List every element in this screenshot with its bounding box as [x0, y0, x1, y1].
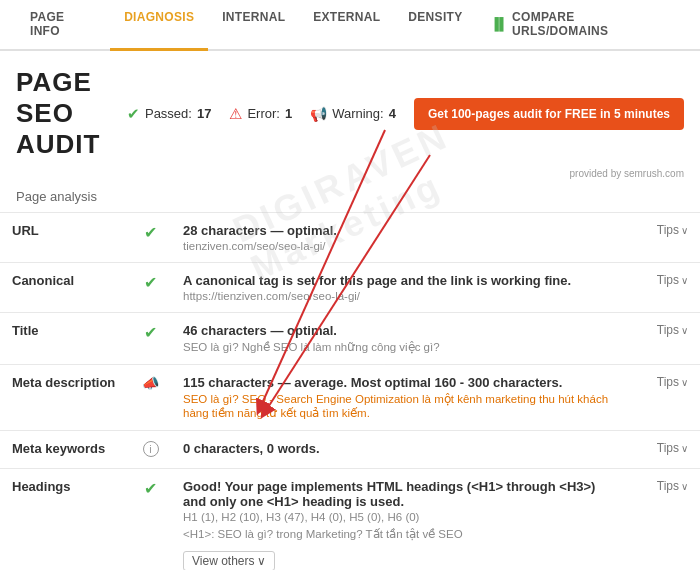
table-row: Meta keywords i 0 characters, 0 words. T…	[0, 431, 700, 469]
row-label: Headings	[12, 479, 71, 494]
row-label: Title	[12, 323, 39, 338]
section-label: Page analysis	[0, 185, 700, 212]
check-icon: ✔	[144, 480, 157, 497]
error-label: Error:	[247, 106, 280, 121]
page-title: PAGE SEO AUDIT	[16, 67, 103, 160]
row-label: Canonical	[12, 273, 74, 288]
row-label: Meta keywords	[12, 441, 105, 456]
chevron-down-icon: ∨	[681, 443, 688, 454]
chevron-down-icon: ∨	[681, 325, 688, 336]
passed-label: Passed:	[145, 106, 192, 121]
nav-compare[interactable]: ▐▌ COMPARE URLS/DOMAINS	[476, 0, 684, 51]
tips-button[interactable]: Tips ∨	[642, 323, 688, 337]
row-content: 0 characters, 0 words.	[171, 431, 630, 469]
tips-button[interactable]: Tips ∨	[642, 223, 688, 237]
warning-badge: 📢 Warning: 4	[310, 106, 396, 122]
error-badge: ⚠ Error: 1	[229, 105, 292, 123]
nav-diagnosis[interactable]: DIAGNOSIS	[110, 0, 208, 51]
table-row: Canonical ✔ A canonical tag is set for t…	[0, 263, 700, 313]
passed-count: 17	[197, 106, 211, 121]
page-header: PAGE SEO AUDIT ✔ Passed: 17 ⚠ Error: 1 📢…	[0, 51, 700, 168]
chevron-down-icon: ∨	[681, 225, 688, 236]
table-row: Meta description 📣 115 characters — aver…	[0, 365, 700, 431]
info-circle-icon: i	[143, 441, 159, 457]
check-icon: ✔	[144, 274, 157, 291]
error-count: 1	[285, 106, 292, 121]
check-icon: ✔	[144, 324, 157, 341]
nav-internal[interactable]: INTERNAL	[208, 0, 299, 51]
view-others-button[interactable]: View others ∨	[183, 551, 275, 570]
provided-by: provided by semrush.com	[0, 168, 700, 185]
row-content: Good! Your page implements HTML headings…	[171, 469, 630, 571]
chevron-down-icon: ∨	[681, 377, 688, 388]
nav-density[interactable]: DENSITY	[394, 0, 476, 51]
row-content: 115 characters — average. Most optimal 1…	[171, 365, 630, 431]
row-content: 46 characters — optimal. SEO là gì? Nghề…	[171, 313, 630, 365]
nav-external[interactable]: EXTERNAL	[299, 0, 394, 51]
error-triangle-icon: ⚠	[229, 105, 242, 123]
audit-table: URL ✔ 28 characters — optimal. tienziven…	[0, 212, 700, 570]
warning-count: 4	[389, 106, 396, 121]
row-label: URL	[12, 223, 39, 238]
row-content: A canonical tag is set for this page and…	[171, 263, 630, 313]
tips-button[interactable]: Tips ∨	[642, 273, 688, 287]
row-content: 28 characters — optimal. tienziven.com/s…	[171, 213, 630, 263]
chevron-down-icon: ∨	[257, 554, 266, 568]
tips-button[interactable]: Tips ∨	[642, 441, 688, 455]
tips-button[interactable]: Tips ∨	[642, 375, 688, 389]
check-circle-icon: ✔	[127, 105, 140, 123]
nav-page-info[interactable]: PAGE INFO	[16, 0, 110, 51]
table-row: Headings ✔ Good! Your page implements HT…	[0, 469, 700, 571]
top-nav: PAGE INFO DIAGNOSIS INTERNAL EXTERNAL DE…	[0, 0, 700, 51]
chevron-down-icon: ∨	[681, 481, 688, 492]
warning-label: Warning:	[332, 106, 384, 121]
table-row: URL ✔ 28 characters — optimal. tienziven…	[0, 213, 700, 263]
passed-badge: ✔ Passed: 17	[127, 105, 211, 123]
warning-speaker-icon: 📣	[142, 375, 159, 391]
row-label: Meta description	[12, 375, 115, 390]
chevron-down-icon: ∨	[681, 275, 688, 286]
audit-button[interactable]: Get 100-pages audit for FREE in 5 minute…	[414, 98, 684, 130]
bar-chart-icon: ▐▌	[490, 17, 508, 31]
warning-megaphone-icon: 📢	[310, 106, 327, 122]
tips-button[interactable]: Tips ∨	[642, 479, 688, 493]
status-badges: ✔ Passed: 17 ⚠ Error: 1 📢 Warning: 4 Get…	[127, 98, 684, 130]
check-icon: ✔	[144, 224, 157, 241]
table-row: Title ✔ 46 characters — optimal. SEO là …	[0, 313, 700, 365]
